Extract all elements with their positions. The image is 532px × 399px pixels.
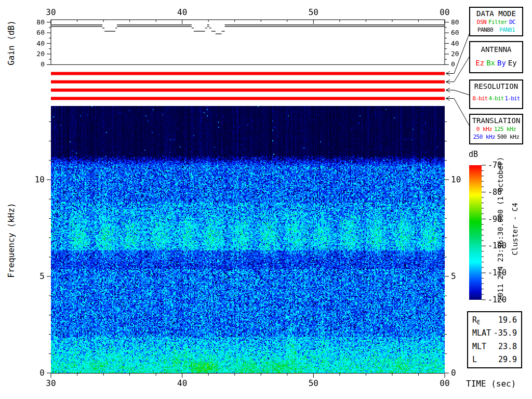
ephemeris-row-mlat: MLAT -35.9 [472,328,517,338]
svg-text:50: 50 [309,7,318,17]
option-row: DSNFilterDC [470,19,522,25]
mode-bar-data-mode [51,72,445,75]
option-row: 250 kHz500 kHz [470,134,522,140]
spacecraft-label: Cluster - C4 [511,151,519,307]
gain-axes: 30405000002020404060608080 [36,7,459,68]
gain-trace [51,25,445,34]
svg-text:50: 50 [309,378,318,388]
resolution-options: 8-bit4-bit1-bit [470,95,522,102]
translation-title: TRANSLATION [470,116,522,125]
svg-text:0: 0 [451,368,456,378]
svg-text:20: 20 [451,50,459,58]
option-dc: DC [509,19,515,25]
svg-text:40: 40 [36,39,45,47]
svg-text:40: 40 [177,378,187,388]
svg-text:0: 0 [451,60,455,68]
svg-text:30: 30 [46,378,56,388]
mode-bar-resolution [51,89,445,92]
svg-text:0: 0 [39,368,45,378]
option-bx: Bx [486,59,495,67]
option-ey: Ey [508,59,517,67]
translation-panel: TRANSLATION 0 kHz125 kHz250 kHz500 kHz [469,114,523,144]
svg-text:30: 30 [46,7,56,17]
option-ez: Ez [475,59,484,67]
data-mode-options: DSNFilterDCPAN80PAN81 [470,19,522,33]
svg-text:5: 5 [39,271,45,281]
ephemeris-row-mlt: MLT 23.8 [472,342,517,351]
svg-text:80: 80 [451,18,459,26]
connector-arrows [446,33,470,126]
option-250-khz: 250 kHz [473,134,495,140]
svg-text:0: 0 [41,60,45,68]
svg-text:40: 40 [177,7,187,17]
option-125-khz: 125 kHz [494,126,516,132]
option-row: PAN80PAN81 [470,26,522,33]
option-by: By [497,59,506,67]
ephemeris-row-re: RE 19.6 [472,315,517,325]
ephemeris-box: RE 19.6 MLAT -35.9 MLT 23.8 L 29.9 [467,311,522,368]
mode-bars [51,72,445,100]
option-row: 8-bit4-bit1-bit [470,95,522,102]
option-0-khz: 0 kHz [476,126,492,132]
colorbar-db-label: dB [469,150,478,159]
svg-text:40: 40 [451,39,459,47]
data-mode-title: DATA MODE [470,9,522,18]
svg-text:00: 00 [440,7,449,17]
frequency-y-axis-title: Frequency (kHz) [6,189,16,292]
gain-y-axis-title: Gain (dB) [6,7,16,79]
option-filter: Filter [488,19,507,25]
wbd-spectrogram-page: Gain (dB) Frequency (kHz) 30405000002020… [0,0,532,399]
resolution-title: RESOLUTION [470,82,522,90]
antenna-panel: ANTENNA EzBxByEy [469,41,523,73]
option-row: 0 kHz125 kHz [470,126,522,132]
svg-text:60: 60 [451,29,459,36]
antenna-options: EzBxByEy [470,59,522,67]
svg-text:10: 10 [451,175,461,184]
option-pan80: PAN80 [477,26,493,33]
time-axis-title: TIME (sec) [466,379,516,389]
option-pan81: PAN81 [499,26,515,33]
colorbar-gradient [469,165,482,300]
mlt-value: 23.8 [498,342,517,351]
svg-text:5: 5 [451,271,456,281]
svg-text:10: 10 [35,175,45,184]
option-row: EzBxByEy [470,59,522,67]
svg-text:80: 80 [36,18,45,26]
data-mode-panel: DATA MODE DSNFilterDCPAN80PAN81 [469,7,523,36]
l-value: 29.9 [498,355,517,364]
translation-options: 0 kHz125 kHz250 kHz500 kHz [470,126,522,140]
resolution-panel: RESOLUTION 8-bit4-bit1-bit [469,79,523,109]
mlat-value: -35.9 [494,328,517,338]
re-value: 19.6 [498,315,517,325]
svg-text:00: 00 [440,378,449,388]
option-dsn: DSN [477,19,486,25]
mode-bar-antenna [51,81,445,84]
ephemeris-row-l: L 29.9 [472,355,517,364]
option-500-khz: 500 kHz [497,134,519,140]
svg-text:20: 20 [36,50,45,58]
spectrogram-canvas [51,106,445,373]
option-8-bit: 8-bit [472,95,487,102]
svg-text:60: 60 [36,29,45,36]
option-4-bit: 4-bit [488,95,503,102]
mode-bar-translation [51,97,445,100]
option-1-bit: 1-bit [505,95,520,102]
timestamp-label: 2011 274 23:36:30.000 (1 October) [496,151,504,307]
antenna-title: ANTENNA [470,45,522,54]
